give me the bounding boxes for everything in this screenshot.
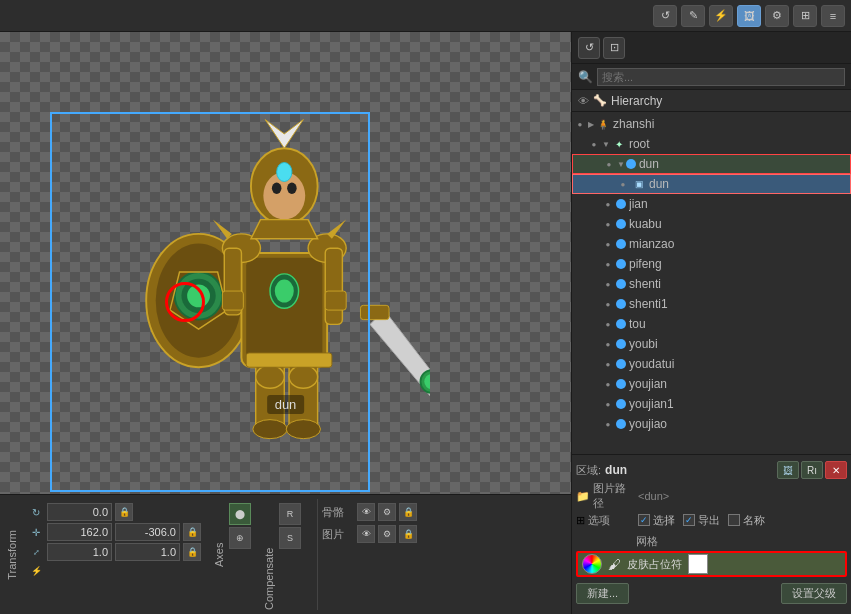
lock-btn-2[interactable]: 🔒 [183,523,201,541]
tree-item-youjiao[interactable]: ● youjiao [572,414,851,434]
circle-icon [616,319,626,329]
new-btn[interactable]: 新建... [576,583,629,604]
image-path-value: <dun> [638,490,847,502]
lock-btn-3[interactable]: 🔒 [183,543,201,561]
comp-btn-1[interactable]: R [279,503,301,525]
tree-item-kuabu[interactable]: ● kuabu [572,214,851,234]
toolbar-btn-rotate[interactable]: ↺ [653,5,677,27]
tree-item-youjian[interactable]: ● youjian [572,374,851,394]
x-input[interactable] [47,523,112,541]
tree-item-youdatui[interactable]: ● youdatui [572,354,851,374]
img-gear-btn[interactable]: ⚙ [378,525,396,543]
cb-name[interactable]: 名称 [728,513,765,528]
bone-gear-btn[interactable]: ⚙ [378,503,396,521]
rotation-input[interactable] [47,503,112,521]
tree-item-zhanshi[interactable]: ● ▶ 🧍 zhanshi [572,114,851,134]
sx-input[interactable] [47,543,112,561]
img-lock-btn[interactable]: 🔒 [399,525,417,543]
scale-icon: ⤢ [28,544,44,560]
lock-btn-1[interactable]: 🔒 [115,503,133,521]
hierarchy-title: Hierarchy [611,94,662,108]
svg-rect-16 [325,248,342,324]
transform-label: Transform [4,528,20,582]
tree-view[interactable]: ● ▶ 🧍 zhanshi ● ▼ ✦ root ● ▼ dun ● [572,112,851,454]
img-eye-btn[interactable]: 👁 [357,525,375,543]
toolbar-btn-menu[interactable]: ≡ [821,5,845,27]
tree-item-shenti1[interactable]: ● shenti1 [572,294,851,314]
set-parent-btn[interactable]: 设置父级 [781,583,847,604]
info-panel: 区域: dun 🖼 Rı ✕ 📁 图片路径 <dun> [572,454,851,614]
expand-arrow: ▼ [617,160,625,169]
cb-select[interactable]: ✓ 选择 [638,513,675,528]
axes-btn-1[interactable]: ⬤ [229,503,251,525]
tree-item-pifeng[interactable]: ● pifeng [572,254,851,274]
tree-label-youjian1: youjian1 [629,397,845,411]
transform-row-scale: ⤢ 🔒 [28,543,201,561]
region-close-btn[interactable]: ✕ [825,461,847,479]
vis-dot: ● [601,154,617,174]
skin-label: 皮肤占位符 [627,557,682,572]
right-btn-1[interactable]: ↺ [578,37,600,59]
circle-icon [616,219,626,229]
vis-dot: ● [600,194,616,214]
y-input[interactable] [115,523,180,541]
bone-lock-btn[interactable]: 🔒 [399,503,417,521]
circle-icon [616,359,626,369]
vis-dot: ● [600,334,616,354]
circle-icon [616,299,626,309]
cb-export[interactable]: ✓ 导出 [683,513,720,528]
tree-item-tou[interactable]: ● tou [572,314,851,334]
vis-dot: ● [600,394,616,414]
circle-icon [616,199,626,209]
image-path-label: 图片路径 [593,481,632,511]
tree-label-youbi: youbi [629,337,845,351]
sy-input[interactable] [115,543,180,561]
axes-btn-2[interactable]: ⊕ [229,527,251,549]
circle-icon [626,159,636,169]
tree-item-root[interactable]: ● ▼ ✦ root [572,134,851,154]
tree-label-jian: jian [629,197,845,211]
svg-point-4 [187,284,210,307]
comp-btn-2[interactable]: S [279,527,301,549]
toolbar-btn-lightning[interactable]: ⚡ [709,5,733,27]
search-input[interactable] [597,68,845,86]
svg-point-23 [253,420,287,439]
region-icon-btn[interactable]: 🖼 [777,461,799,479]
toolbar-btn-grid[interactable]: ⊞ [793,5,817,27]
skin-color-btn[interactable] [582,554,602,574]
tree-item-shenti[interactable]: ● shenti [572,274,851,294]
bone-row: 骨骼 👁 ⚙ 🔒 [322,503,417,521]
bone-eye-btn[interactable]: 👁 [357,503,375,521]
vis-dot: ● [600,234,616,254]
toolbar-btn-settings[interactable]: ⚙ [765,5,789,27]
canvas-area[interactable]: dun [0,32,571,494]
svg-rect-28 [222,291,243,310]
person-icon: 🧍 [595,116,611,132]
toolbar-btn-edit[interactable]: ✎ [681,5,705,27]
rotate-icon: ↻ [28,504,44,520]
circle-icon [616,279,626,289]
shear-icon: ⚡ [28,563,44,579]
search-bar: 🔍 [572,64,851,90]
tree-label-dun-parent: dun [639,157,844,171]
main-layout: dun Transform ↻ 🔒 ✛ [0,32,851,614]
svg-point-12 [287,182,297,193]
vis-dot: ● [586,134,602,154]
tree-item-youbi[interactable]: ● youbi [572,334,851,354]
toolbar-btn-image[interactable]: 🖼 [737,5,761,27]
tree-item-dun-child[interactable]: ● ▣ dun [572,174,851,194]
circle-icon [616,379,626,389]
tree-item-youjian1[interactable]: ● youjian1 [572,394,851,414]
hierarchy-header: 👁 🦴 Hierarchy [572,90,851,112]
tree-item-dun-parent[interactable]: ● ▼ dun [572,154,851,174]
tree-label-kuabu: kuabu [629,217,845,231]
right-btn-2[interactable]: ⊡ [603,37,625,59]
info-title-bar: 区域: dun 🖼 Rı ✕ [576,459,847,481]
region-ri-btn[interactable]: Rı [801,461,823,479]
expand-arrow: ▼ [602,140,610,149]
vis-dot: ● [600,254,616,274]
tree-item-jian[interactable]: ● jian [572,194,851,214]
options-grid-icon: ⊞ [576,514,585,527]
tree-item-mianzao[interactable]: ● mianzao [572,234,851,254]
svg-rect-17 [360,305,389,319]
